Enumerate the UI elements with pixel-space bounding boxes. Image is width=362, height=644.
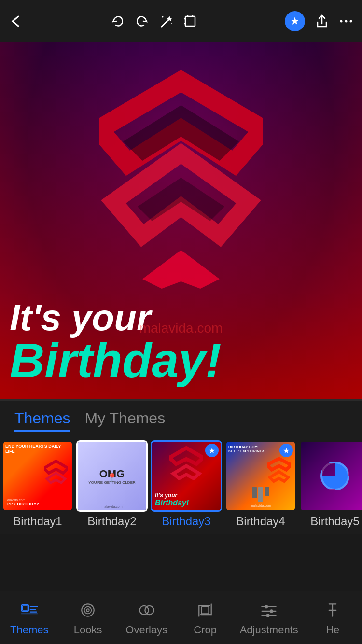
- theme-badge-birthday4: ★: [279, 444, 293, 457]
- watermark-text: malavida.com: [139, 321, 223, 336]
- themes-nav-icon: [19, 600, 40, 621]
- svg-point-25: [86, 609, 89, 611]
- svg-rect-28: [202, 606, 209, 614]
- theme-thumb-birthday5: [299, 440, 362, 512]
- svg-point-30: [265, 605, 268, 608]
- theme-label-birthday3: Birthday3: [151, 515, 222, 528]
- svg-point-24: [84, 606, 92, 614]
- theme-thumb-birthday4: BIRTHDAY BOY!KEEP EXPLORING! malavida.co…: [225, 440, 296, 512]
- themes-scroll: END YOUR HEARTS DAILYLIFE alavida.com PP…: [0, 436, 362, 534]
- tab-my-themes[interactable]: My Themes: [85, 409, 166, 432]
- themes-nav-label: Themes: [10, 624, 48, 636]
- star-icon: ★: [290, 15, 300, 28]
- top-toolbar: ★: [0, 0, 362, 42]
- share-button[interactable]: [315, 14, 329, 28]
- he-nav-icon: [322, 600, 343, 621]
- undo-button[interactable]: [111, 14, 125, 28]
- birthday-text: Birthday!: [10, 336, 222, 384]
- svg-rect-18: [22, 605, 28, 610]
- magic-wand-button[interactable]: [159, 14, 173, 28]
- adjustments-nav-label: Adjustments: [240, 624, 298, 636]
- theme-thumb-birthday2: 📍 OMG YOU'RE GETTING OLDER malavida.com: [76, 440, 148, 512]
- svg-point-0: [162, 16, 164, 18]
- svg-point-34: [266, 614, 270, 617]
- theme-label-birthday4: Birthday4: [225, 515, 296, 528]
- nav-adjustments[interactable]: Adjustments: [240, 600, 298, 636]
- theme-thumb-birthday1: END YOUR HEARTS DAILYLIFE alavida.com PP…: [2, 440, 73, 512]
- themes-tabs: Themes My Themes: [0, 401, 362, 436]
- theme-badge-birthday3: ★: [205, 444, 219, 457]
- looks-nav-label: Looks: [74, 624, 102, 636]
- svg-point-32: [270, 609, 273, 613]
- svg-point-23: [82, 604, 94, 616]
- svg-marker-16: [270, 472, 288, 481]
- redo-button[interactable]: [135, 14, 149, 28]
- nav-themes[interactable]: Themes: [5, 600, 54, 636]
- svg-marker-14: [173, 466, 199, 478]
- svg-marker-12: [47, 473, 65, 483]
- svg-marker-13: [169, 448, 203, 464]
- svg-point-5: [350, 20, 352, 23]
- overlays-nav-icon: [136, 600, 157, 621]
- more-button[interactable]: [339, 14, 353, 28]
- tab-themes[interactable]: Themes: [14, 409, 70, 432]
- birthday-text-container: It's your Birthday!: [10, 299, 222, 384]
- logo-shape: [99, 67, 263, 308]
- svg-rect-2: [185, 16, 195, 26]
- themes-panel: Themes My Themes END YOUR HEARTS DAILYLI…: [0, 401, 362, 534]
- loading-spinner: [320, 462, 349, 490]
- theme-label-birthday5: Birthday5: [299, 515, 362, 528]
- he-nav-label: He: [326, 624, 339, 636]
- canvas-area: It's your Birthday! malavida.com: [0, 42, 362, 399]
- adjustments-nav-icon: [258, 600, 279, 621]
- theme-birthday1[interactable]: END YOUR HEARTS DAILYLIFE alavida.com PP…: [2, 440, 73, 528]
- svg-marker-10: [142, 250, 220, 289]
- nav-overlays[interactable]: Overlays: [123, 600, 171, 636]
- theme-birthday4[interactable]: BIRTHDAY BOY!KEEP EXPLORING! malavida.co…: [225, 440, 296, 528]
- theme-thumb-birthday3: It's your Birthday! ★: [151, 440, 222, 512]
- theme-label-birthday1: Birthday1: [2, 515, 73, 528]
- svg-point-3: [340, 20, 343, 23]
- looks-nav-icon: [77, 600, 98, 621]
- nav-crop[interactable]: Crop: [181, 600, 229, 636]
- svg-point-27: [145, 605, 153, 614]
- theme-birthday5[interactable]: Birthday5: [299, 440, 362, 528]
- crop-nav-icon: [195, 600, 216, 621]
- svg-point-1: [171, 23, 172, 24]
- svg-marker-15: [267, 459, 291, 470]
- theme-birthday3[interactable]: It's your Birthday! ★ Birthday3: [151, 440, 222, 528]
- overlays-nav-label: Overlays: [125, 624, 167, 636]
- svg-point-26: [139, 605, 148, 614]
- svg-marker-11: [44, 461, 68, 473]
- crop-mode-button[interactable]: [183, 14, 197, 28]
- nav-looks[interactable]: Looks: [64, 600, 112, 636]
- bottom-nav: Themes Looks Overlays C: [0, 591, 362, 644]
- crop-nav-label: Crop: [194, 624, 217, 636]
- nav-he[interactable]: He: [308, 600, 357, 636]
- back-button[interactable]: [9, 14, 23, 28]
- theme-birthday2[interactable]: 📍 OMG YOU'RE GETTING OLDER malavida.com …: [76, 440, 148, 528]
- theme-label-birthday2: Birthday2: [76, 515, 148, 528]
- svg-point-4: [345, 20, 348, 23]
- favorite-button[interactable]: ★: [285, 11, 305, 31]
